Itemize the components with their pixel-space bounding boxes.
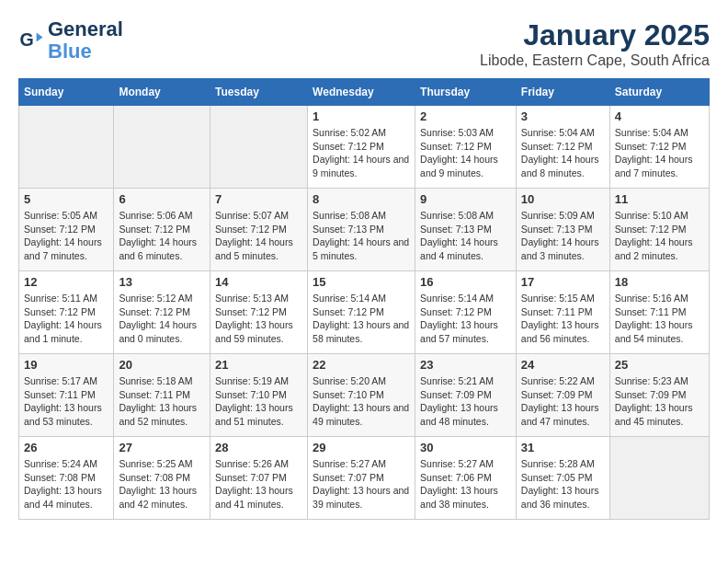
day-info: Sunrise: 5:14 AMSunset: 7:12 PMDaylight:… — [420, 292, 511, 346]
calendar-title: January 2025 — [480, 18, 710, 52]
calendar-cell: 19Sunrise: 5:17 AMSunset: 7:11 PMDayligh… — [19, 354, 114, 437]
day-info: Sunrise: 5:08 AMSunset: 7:13 PMDaylight:… — [420, 209, 511, 263]
calendar-cell — [19, 106, 114, 189]
day-number: 5 — [24, 192, 108, 206]
weekday-header-friday: Friday — [516, 79, 609, 106]
calendar-cell: 29Sunrise: 5:27 AMSunset: 7:07 PMDayligh… — [308, 437, 415, 520]
day-number: 30 — [420, 441, 511, 454]
day-info: Sunrise: 5:27 AMSunset: 7:07 PMDaylight:… — [313, 457, 410, 511]
day-info: Sunrise: 5:22 AMSunset: 7:09 PMDaylight:… — [521, 374, 605, 429]
day-info: Sunrise: 5:15 AMSunset: 7:11 PMDaylight:… — [521, 292, 605, 346]
day-info: Sunrise: 5:25 AMSunset: 7:08 PMDaylight:… — [119, 457, 205, 511]
calendar-cell: 28Sunrise: 5:26 AMSunset: 7:07 PMDayligh… — [210, 437, 308, 520]
day-number: 29 — [313, 441, 410, 454]
day-info: Sunrise: 5:07 AMSunset: 7:12 PMDaylight:… — [215, 209, 302, 263]
calendar-cell: 23Sunrise: 5:21 AMSunset: 7:09 PMDayligh… — [415, 354, 517, 437]
weekday-header-thursday: Thursday — [415, 79, 517, 106]
day-number: 16 — [420, 275, 511, 289]
day-info: Sunrise: 5:02 AMSunset: 7:12 PMDaylight:… — [313, 126, 410, 180]
day-number: 27 — [119, 441, 205, 454]
day-number: 26 — [24, 441, 108, 454]
week-row-4: 19Sunrise: 5:17 AMSunset: 7:11 PMDayligh… — [19, 354, 710, 437]
calendar-cell: 10Sunrise: 5:09 AMSunset: 7:13 PMDayligh… — [516, 189, 609, 271]
calendar-cell: 14Sunrise: 5:13 AMSunset: 7:12 PMDayligh… — [210, 271, 308, 354]
day-number: 18 — [615, 275, 704, 289]
calendar-cell: 31Sunrise: 5:28 AMSunset: 7:05 PMDayligh… — [516, 437, 609, 520]
day-info: Sunrise: 5:06 AMSunset: 7:12 PMDaylight:… — [119, 209, 205, 263]
svg-text:G: G — [19, 29, 33, 50]
day-number: 9 — [420, 192, 511, 206]
day-number: 6 — [119, 192, 205, 206]
day-info: Sunrise: 5:05 AMSunset: 7:12 PMDaylight:… — [24, 209, 108, 263]
calendar-cell: 22Sunrise: 5:20 AMSunset: 7:10 PMDayligh… — [308, 354, 415, 437]
day-number: 22 — [313, 358, 410, 372]
day-number: 7 — [215, 192, 302, 206]
week-row-5: 26Sunrise: 5:24 AMSunset: 7:08 PMDayligh… — [19, 437, 710, 520]
day-number: 21 — [215, 358, 302, 372]
weekday-header-wednesday: Wednesday — [308, 79, 415, 106]
calendar-subtitle: Libode, Eastern Cape, South Africa — [480, 52, 710, 69]
week-row-2: 5Sunrise: 5:05 AMSunset: 7:12 PMDaylight… — [19, 189, 710, 271]
day-info: Sunrise: 5:08 AMSunset: 7:13 PMDaylight:… — [313, 209, 410, 263]
day-number: 10 — [521, 192, 605, 206]
weekday-header-monday: Monday — [114, 79, 210, 106]
day-number: 31 — [521, 441, 605, 454]
calendar-cell: 24Sunrise: 5:22 AMSunset: 7:09 PMDayligh… — [516, 354, 609, 437]
day-number: 13 — [119, 275, 205, 289]
calendar-cell: 5Sunrise: 5:05 AMSunset: 7:12 PMDaylight… — [19, 189, 114, 271]
day-number: 25 — [615, 358, 704, 372]
day-info: Sunrise: 5:04 AMSunset: 7:12 PMDaylight:… — [615, 126, 704, 180]
calendar-cell: 25Sunrise: 5:23 AMSunset: 7:09 PMDayligh… — [609, 354, 709, 437]
day-number: 1 — [313, 109, 410, 123]
day-info: Sunrise: 5:14 AMSunset: 7:12 PMDaylight:… — [313, 292, 410, 346]
svg-marker-1 — [37, 33, 43, 42]
calendar-cell: 7Sunrise: 5:07 AMSunset: 7:12 PMDaylight… — [210, 189, 308, 271]
day-info: Sunrise: 5:09 AMSunset: 7:13 PMDaylight:… — [521, 209, 605, 263]
day-info: Sunrise: 5:18 AMSunset: 7:11 PMDaylight:… — [119, 374, 205, 429]
logo: G GeneralBlue — [18, 18, 123, 63]
calendar-cell — [114, 106, 210, 189]
calendar-cell — [210, 106, 308, 189]
calendar-cell: 17Sunrise: 5:15 AMSunset: 7:11 PMDayligh… — [516, 271, 609, 354]
day-info: Sunrise: 5:12 AMSunset: 7:12 PMDaylight:… — [119, 292, 205, 346]
calendar-cell: 18Sunrise: 5:16 AMSunset: 7:11 PMDayligh… — [609, 271, 709, 354]
day-info: Sunrise: 5:19 AMSunset: 7:10 PMDaylight:… — [215, 374, 302, 429]
calendar-cell: 16Sunrise: 5:14 AMSunset: 7:12 PMDayligh… — [415, 271, 517, 354]
day-number: 4 — [615, 109, 704, 123]
calendar-cell: 26Sunrise: 5:24 AMSunset: 7:08 PMDayligh… — [19, 437, 114, 520]
day-number: 19 — [24, 358, 108, 372]
day-number: 28 — [215, 441, 302, 454]
calendar-cell: 9Sunrise: 5:08 AMSunset: 7:13 PMDaylight… — [415, 189, 517, 271]
calendar-cell — [609, 437, 709, 520]
day-info: Sunrise: 5:21 AMSunset: 7:09 PMDaylight:… — [420, 374, 511, 429]
calendar-cell: 11Sunrise: 5:10 AMSunset: 7:12 PMDayligh… — [609, 189, 709, 271]
day-number: 11 — [615, 192, 704, 206]
day-info: Sunrise: 5:20 AMSunset: 7:10 PMDaylight:… — [313, 374, 410, 429]
weekday-header-sunday: Sunday — [19, 79, 114, 106]
day-number: 12 — [24, 275, 108, 289]
logo-icon: G — [18, 28, 44, 53]
day-info: Sunrise: 5:24 AMSunset: 7:08 PMDaylight:… — [24, 457, 108, 511]
day-info: Sunrise: 5:13 AMSunset: 7:12 PMDaylight:… — [215, 292, 302, 346]
calendar-cell: 4Sunrise: 5:04 AMSunset: 7:12 PMDaylight… — [609, 106, 709, 189]
day-info: Sunrise: 5:28 AMSunset: 7:05 PMDaylight:… — [521, 457, 605, 511]
calendar-cell: 6Sunrise: 5:06 AMSunset: 7:12 PMDaylight… — [114, 189, 210, 271]
day-info: Sunrise: 5:27 AMSunset: 7:06 PMDaylight:… — [420, 457, 511, 511]
calendar-cell: 15Sunrise: 5:14 AMSunset: 7:12 PMDayligh… — [308, 271, 415, 354]
weekday-header-row: SundayMondayTuesdayWednesdayThursdayFrid… — [19, 79, 710, 106]
day-number: 3 — [521, 109, 605, 123]
day-number: 24 — [521, 358, 605, 372]
day-number: 17 — [521, 275, 605, 289]
weekday-header-saturday: Saturday — [609, 79, 709, 106]
day-number: 23 — [420, 358, 511, 372]
calendar-table: SundayMondayTuesdayWednesdayThursdayFrid… — [18, 78, 710, 520]
day-info: Sunrise: 5:03 AMSunset: 7:12 PMDaylight:… — [420, 126, 511, 180]
calendar-cell: 27Sunrise: 5:25 AMSunset: 7:08 PMDayligh… — [114, 437, 210, 520]
day-number: 8 — [313, 192, 410, 206]
calendar-cell: 21Sunrise: 5:19 AMSunset: 7:10 PMDayligh… — [210, 354, 308, 437]
logo-text: GeneralBlue — [48, 18, 123, 63]
day-info: Sunrise: 5:16 AMSunset: 7:11 PMDaylight:… — [615, 292, 704, 346]
day-info: Sunrise: 5:23 AMSunset: 7:09 PMDaylight:… — [615, 374, 704, 429]
day-number: 2 — [420, 109, 511, 123]
day-number: 14 — [215, 275, 302, 289]
